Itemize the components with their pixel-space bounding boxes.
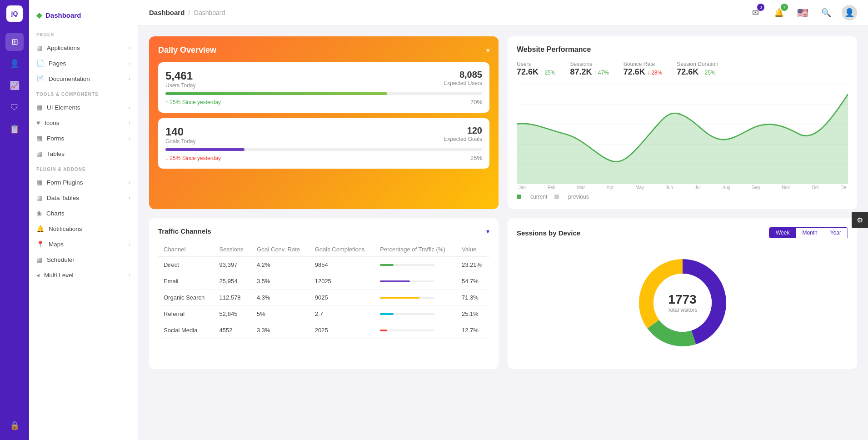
chart-area-fill (517, 94, 848, 184)
users-progress-fill (165, 92, 387, 95)
expected-goals-label: Expected Goals (444, 136, 482, 142)
perf-stat-duration: Session Duration 72.6K↑ 25% (677, 61, 718, 77)
cell-sessions: 93,397 (214, 257, 251, 273)
website-perf-title: Website Performance (517, 45, 848, 54)
icon-rail: jQ ⊞ 👤 📈 🛡 📋 🔒 (0, 0, 29, 440)
goals-card: 140 Goals Today 120 Expected Goals ↓ 25%… (158, 118, 489, 169)
sessions-header: Sessions by Device Week Month Year (517, 227, 848, 238)
sidebar-item-label: Documentation (49, 75, 90, 82)
logo: jQ (6, 5, 23, 22)
donut-center: 1773 Total visitors (667, 292, 697, 313)
goals-today-val: 140 (165, 125, 196, 138)
chevron-icon: › (129, 241, 130, 247)
form-plugins-icon: ▦ (36, 179, 42, 186)
settings-button[interactable]: ⚙ (852, 212, 868, 228)
rail-analytics-icon[interactable]: 📈 (5, 76, 24, 95)
tab-month[interactable]: Month (796, 228, 823, 238)
notifications-icon: 🔔 (36, 225, 44, 232)
daily-overview-title: Daily Overview ▾ (158, 45, 489, 55)
expected-users-label: Expected Users (444, 80, 482, 86)
users-today-val: 5,461 (165, 70, 195, 82)
cell-sessions: 4552 (214, 322, 251, 339)
cell-conv: 5% (251, 306, 309, 322)
icons-icon: ♥ (36, 119, 40, 126)
sidebar-item-pages[interactable]: 📄 Pages › (29, 55, 138, 71)
sidebar-item-label: Tables (47, 150, 65, 157)
perf-stats-row: Users 72.6K↑ 25% Sessions 87.2K↑ 47% Bou… (517, 61, 848, 77)
sidebar-item-scheduler[interactable]: ▦ Scheduler (29, 252, 138, 267)
sidebar-item-forms[interactable]: ▦ Forms › (29, 130, 138, 146)
cell-sessions: 112,578 (214, 290, 251, 306)
bell-button[interactable]: 🔔 7 (771, 5, 787, 21)
rail-file-icon[interactable]: 📋 (5, 120, 24, 138)
users-today-label: Users Today (165, 82, 195, 89)
sidebar-item-label: Form Plugins (47, 179, 83, 186)
donut-container: 1773 Total visitors (633, 253, 733, 353)
charts-icon: ◉ (36, 210, 42, 217)
sidebar-item-label: UI Elements (47, 104, 80, 111)
perf-chart-svg (517, 84, 848, 184)
sidebar-item-multi-level[interactable]: ◂ Multi Level › (29, 267, 138, 283)
table-row: Email 25,954 3.5% 12025 54.7% (158, 273, 489, 290)
expected-users-val: 8,085 (444, 70, 482, 80)
rail-dashboard-icon[interactable]: ⊞ (5, 33, 24, 51)
sidebar-item-tables[interactable]: ▦ Tables (29, 146, 138, 161)
topbar: Dashboard / Dashboard ✉ 3 🔔 7 🇺🇸 🔍 👤 (138, 0, 868, 25)
users-card: 5,461 Users Today 8,085 Expected Users ↑… (158, 62, 489, 113)
search-button[interactable]: 🔍 (818, 5, 834, 21)
sidebar-item-applications[interactable]: ▦ Applications › (29, 40, 138, 55)
mail-button[interactable]: ✉ 3 (747, 5, 763, 21)
sidebar-item-data-tables[interactable]: ▦ Data Tables › (29, 190, 138, 205)
donut-total: 1773 (667, 292, 697, 307)
sidebar-item-icons[interactable]: ♥ Icons › (29, 115, 138, 130)
donut-chart-wrap: 1773 Total visitors (517, 245, 848, 360)
sidebar-item-ui-elements[interactable]: ▦ UI Elements › (29, 100, 138, 115)
col-conv: Goal Conv. Rate (251, 242, 309, 257)
cell-bar (374, 322, 456, 339)
tab-year[interactable]: Year (824, 228, 848, 238)
traffic-chevron-icon[interactable]: ▾ (486, 228, 489, 235)
rail-lock-icon[interactable]: 🔒 (5, 416, 24, 435)
sidebar-item-charts[interactable]: ◉ Charts (29, 205, 138, 221)
avatar[interactable]: 👤 (842, 5, 857, 20)
flag-icon: 🇺🇸 (794, 5, 811, 21)
chevron-icon: › (129, 120, 130, 125)
sidebar-section-pages: PAGES (29, 27, 138, 40)
cell-bar (374, 290, 456, 306)
cell-value: 25.1% (456, 306, 489, 322)
rail-users-icon[interactable]: 👤 (5, 55, 24, 73)
col-goals: Goals Completions (309, 242, 375, 257)
cell-conv: 4.2% (251, 257, 309, 273)
sessions-device-card: Sessions by Device Week Month Year (508, 218, 857, 369)
daily-overview-chevron[interactable]: ▾ (486, 47, 489, 54)
sidebar-item-documentation[interactable]: 📄 Documentation › (29, 71, 138, 86)
traffic-channels-title: Traffic Channels (158, 227, 211, 235)
topbar-separator: / (188, 9, 190, 17)
sidebar-item-form-plugins[interactable]: ▦ Form Plugins › (29, 175, 138, 190)
x-axis-labels: JanFebMar AprMayJun JulAugSep NovOctDe (517, 185, 848, 190)
users-pct: 70% (470, 99, 482, 105)
legend-previous-dot (554, 195, 559, 199)
data-tables-icon: ▦ (36, 194, 42, 201)
mail-badge: 3 (757, 4, 764, 11)
goals-today-label: Goals Today (165, 138, 196, 145)
tab-week[interactable]: Week (769, 228, 796, 238)
sidebar-item-notifications[interactable]: 🔔 Notifications (29, 221, 138, 236)
legend-current-dot (517, 195, 521, 199)
cell-channel: Direct (158, 257, 214, 273)
sidebar: ◆ Dashboard PAGES ▦ Applications › 📄 Pag… (29, 0, 138, 440)
sidebar-item-label: Scheduler (47, 256, 75, 263)
rail-shield-icon[interactable]: 🛡 (5, 98, 24, 116)
goals-progress-bar (165, 148, 482, 151)
cell-goals: 9854 (309, 257, 375, 273)
sidebar-item-maps[interactable]: 📍 Maps › (29, 236, 138, 252)
sidebar-item-label: Charts (46, 210, 65, 217)
goals-progress-fill (165, 148, 244, 151)
daily-overview-card: Daily Overview ▾ 5,461 Users Today 8,085… (149, 36, 499, 209)
cell-bar (374, 306, 456, 322)
chevron-icon: › (129, 76, 130, 81)
sidebar-item-label: Maps (49, 241, 64, 248)
perf-stat-users: Users 72.6K↑ 25% (517, 61, 555, 77)
topbar-left: Dashboard / Dashboard (149, 9, 225, 17)
sidebar-item-label: Data Tables (47, 195, 79, 201)
